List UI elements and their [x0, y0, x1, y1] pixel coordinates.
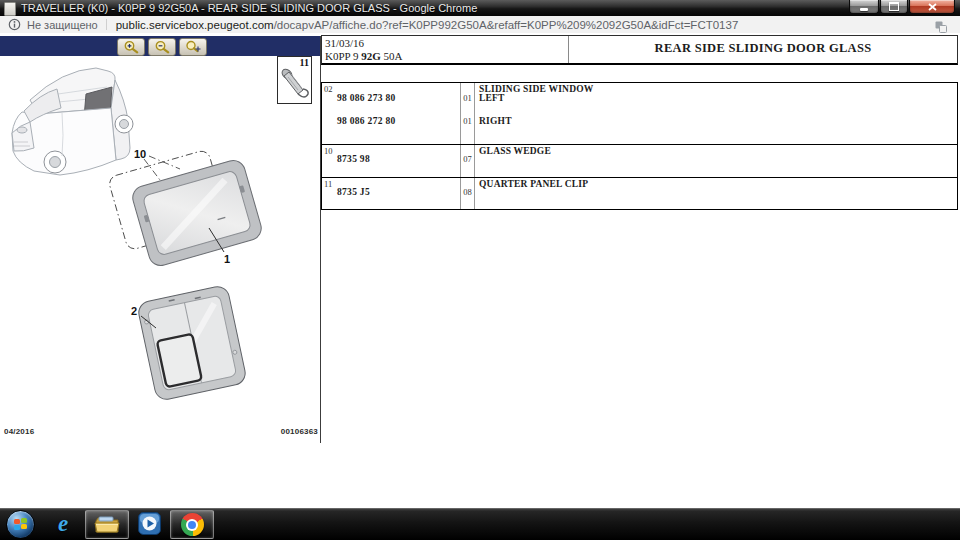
parts-pane: 31/03/16 K0PP 9 92G 50A REAR SIDE SLIDIN… [321, 33, 960, 508]
page-favicon-icon [4, 2, 16, 16]
folder-icon [94, 515, 120, 535]
window-titlebar: TRAVELLER (K0) - K0PP 9 92G50A - REAR SI… [0, 0, 960, 16]
close-icon [928, 3, 937, 11]
close-button[interactable] [909, 0, 955, 14]
part-qty: 07 [461, 154, 474, 164]
taskbar-internet-explorer[interactable]: e [46, 510, 80, 537]
zoom-out-button[interactable] [148, 38, 176, 56]
zoom-buttons [117, 38, 210, 56]
taskbar: e ET [0, 508, 960, 540]
site-info-icon[interactable] [8, 18, 21, 31]
callout-1[interactable]: 1 [224, 253, 230, 265]
zoom-area-icon [185, 40, 202, 54]
clip-icon [279, 64, 310, 102]
maximize-icon [889, 2, 899, 11]
part-number: 8735 J5 [337, 187, 370, 197]
page-content: 10 1 2 11 04/2016 00106363 31/03/16 K0PP… [0, 33, 960, 508]
minimize-icon [860, 8, 868, 11]
media-player-icon [138, 512, 161, 535]
zoom-area-button[interactable] [179, 38, 207, 56]
table-row: 10 GLASS WEDGE 8735 98 07 [322, 145, 957, 178]
chrome-icon [181, 513, 204, 536]
callout-2[interactable]: 2 [131, 305, 137, 317]
window-controls [848, 0, 955, 14]
part-2-frame [137, 285, 248, 402]
table-row: 02 SLIDING SIDE WINDOW 98 086 273 80 01 … [322, 83, 957, 145]
part-qty: 01 [461, 93, 474, 103]
start-button[interactable] [6, 510, 35, 539]
part-qty: 01 [461, 116, 474, 126]
parts-diagram: 10 1 2 [0, 56, 321, 443]
browser-infobar: Не защищено public.servicebox.peugeot.co… [0, 16, 960, 34]
item-number: 02 [324, 84, 333, 94]
item-number: 11 [324, 179, 332, 189]
diagram-date: 04/2016 [4, 427, 34, 436]
part-number: 98 086 272 80 [337, 116, 396, 126]
doc-date: 31/03/16 [325, 37, 568, 50]
zoom-in-button[interactable] [117, 38, 145, 56]
doc-title: REAR SIDE SLIDING DOOR GLASS [569, 36, 957, 63]
part-number: 98 086 273 80 [337, 93, 396, 103]
maximize-button[interactable] [880, 0, 908, 14]
windows-flag-icon [14, 519, 20, 524]
divider [106, 19, 107, 30]
diagram-toolbar [0, 36, 321, 56]
taskbar-chrome[interactable] [170, 510, 214, 539]
url-path[interactable]: /docapvAP/affiche.do?ref=K0PP992G50A&ref… [274, 19, 739, 31]
callout-10[interactable]: 10 [134, 148, 146, 160]
doc-header: 31/03/16 K0PP 9 92G 50A REAR SIDE SLIDIN… [321, 35, 958, 65]
part-11-thumbnail[interactable]: 11 [277, 56, 312, 104]
minimize-button[interactable] [849, 0, 879, 14]
part-desc: RIGHT [479, 116, 512, 126]
translate-icon[interactable] [935, 19, 947, 31]
desktop-screen: TRAVELLER (K0) - K0PP 9 92G50A - REAR SI… [0, 0, 960, 540]
doc-ref: K0PP 9 92G 50A [325, 50, 568, 63]
taskbar-media-player[interactable] [132, 510, 166, 537]
part-desc: LEFT [479, 93, 505, 103]
taskbar-windows-explorer[interactable] [85, 510, 129, 539]
security-label: Не защищено [27, 19, 98, 31]
url-domain[interactable]: public.servicebox.peugeot.com [116, 19, 274, 31]
diagram-number: 00106363 [238, 427, 318, 436]
window-title: TRAVELLER (K0) - K0PP 9 92G50A - REAR SI… [21, 1, 851, 15]
part-1-glass [130, 158, 264, 269]
table-row: 11 QUARTER PANEL CLIP 8735 J5 08 [322, 178, 957, 209]
doc-ref-cell: 31/03/16 K0PP 9 92G 50A [322, 36, 569, 63]
part-heading: QUARTER PANEL CLIP [479, 179, 588, 189]
part-qty: 08 [461, 187, 474, 197]
parts-table: 02 SLIDING SIDE WINDOW 98 086 273 80 01 … [321, 82, 958, 210]
item-number: 10 [324, 146, 333, 156]
part-heading: GLASS WEDGE [479, 146, 551, 156]
zoom-in-icon [123, 40, 140, 54]
zoom-out-icon [154, 40, 171, 54]
van-drawing [12, 68, 133, 175]
part-number: 8735 98 [337, 154, 370, 164]
internet-explorer-icon: e [58, 512, 68, 535]
